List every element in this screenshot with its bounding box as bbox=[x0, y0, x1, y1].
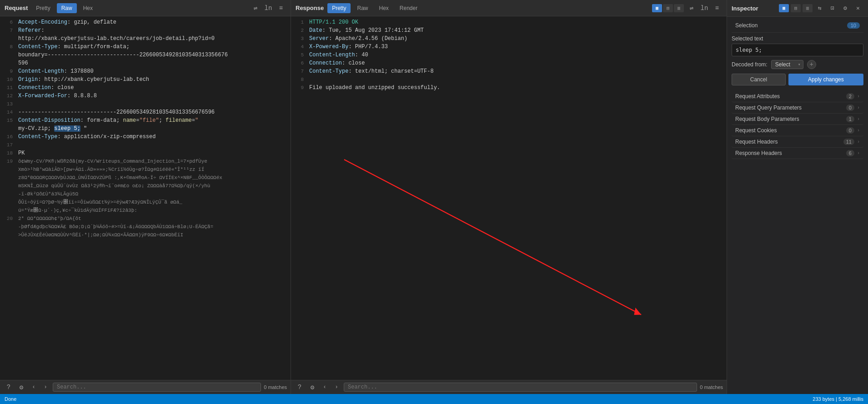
request-header: Request Pretty Raw Hex ⇌ ln ≡ bbox=[0, 0, 291, 16]
request-tab-pretty[interactable]: Pretty bbox=[31, 3, 55, 13]
inspector-view-btn-2[interactable]: ▤ bbox=[791, 4, 801, 12]
code-line-10: 10 Origin: http://xbank.cyberjutsu-lab.t… bbox=[0, 75, 291, 84]
response-tab-pretty[interactable]: Pretty bbox=[327, 3, 351, 13]
request-back-btn[interactable]: ‹ bbox=[29, 383, 38, 392]
code-line-13: 13 bbox=[0, 100, 291, 108]
inspector-section-4[interactable]: Request Headers 11 › bbox=[732, 136, 863, 148]
request-tab-raw[interactable]: Raw bbox=[57, 3, 77, 13]
inspector-align-icon[interactable]: ⇆ bbox=[814, 3, 825, 14]
response-settings-icon[interactable]: ⚙ bbox=[307, 382, 317, 392]
request-help-icon[interactable]: ? bbox=[4, 382, 14, 392]
response-forward-btn[interactable]: › bbox=[332, 383, 341, 392]
view-btn-2[interactable]: ▤ bbox=[663, 4, 673, 12]
request-toolbar: ⇌ ln ≡ bbox=[251, 3, 286, 13]
add-decode-btn[interactable]: + bbox=[807, 60, 816, 69]
selection-badge[interactable]: 10 bbox=[847, 22, 860, 29]
code-line-15b: my-CV.zip; sleep 5; " bbox=[0, 125, 291, 133]
code-line-8c: 596 bbox=[0, 59, 291, 67]
resp-line-5: 5 Content-Length: 40 bbox=[291, 51, 727, 59]
request-panel: Request Pretty Raw Hex ⇌ ln ≡ 6 Accept-E… bbox=[0, 0, 291, 394]
status-bar: Done 233 bytes | 5,268 millis bbox=[0, 394, 868, 404]
inspector-title: Inspector bbox=[732, 5, 758, 12]
menu-icon[interactable]: ≡ bbox=[276, 3, 286, 13]
request-code-area: 6 Accept-Encoding: gzip, deflate 7 Refer… bbox=[0, 16, 291, 380]
response-tab-raw[interactable]: Raw bbox=[352, 3, 372, 13]
wrap-icon[interactable]: ⇌ bbox=[251, 3, 261, 13]
code-line-19: 19 ô¢Wmy-CV/PK®¡Wß®2ðã(my-CV/Writeups_Co… bbox=[0, 157, 291, 165]
inspector-view-btn-1[interactable]: ▦ bbox=[779, 4, 789, 12]
decoded-label: Decoded from: bbox=[732, 61, 768, 68]
response-search-input[interactable] bbox=[344, 383, 697, 392]
inspector-section-3[interactable]: Request Cookies 0 › bbox=[732, 125, 863, 136]
code-line-19e: -ï-Øk²Ωõ£Ù*á3¾LÃgü5Ω bbox=[0, 190, 291, 198]
resp-line-1: 1 HTTP/1.1 200 OK bbox=[291, 18, 727, 26]
status-right: 233 bytes | 5,268 millis bbox=[813, 396, 863, 402]
inspector-section-2[interactable]: Request Body Parameters 1 › bbox=[732, 114, 863, 125]
resp-line-3: 3 Server: Apache/2.4.56 (Debian) bbox=[291, 35, 727, 43]
request-forward-btn[interactable]: › bbox=[41, 383, 50, 392]
response-wrap-icon[interactable]: ⇌ bbox=[687, 3, 697, 13]
response-title: Response bbox=[296, 5, 324, 11]
inspector-header: Inspector ▦ ▤ ▥ ⇆ ⊡ ⚙ ✕ bbox=[727, 0, 868, 17]
code-line-15: 15 Content-Disposition: form-data; name=… bbox=[0, 116, 291, 125]
response-tab-hex[interactable]: Hex bbox=[375, 3, 393, 13]
code-line-19f: ÔÛï÷ôÿï=Ω?þØ~½ý΢ïï÷=ÔïwùßΩ£t¾ý>=ëÿwÆ?Æ3ý… bbox=[0, 198, 291, 206]
code-line-16: 16 Content-Type: application/x-zip-compr… bbox=[0, 133, 291, 141]
select-wrapper: Select URL Base64 HTML bbox=[771, 60, 803, 69]
inspector-section-1[interactable]: Request Query Parameters 0 › bbox=[732, 102, 863, 114]
code-line-19b: Xmò>¹hB°wΩàiÂD>[pw÷ÁΩi.ÄD»»»»;¾Crïï½óÙg÷… bbox=[0, 165, 291, 174]
view-btn-3[interactable]: ▥ bbox=[674, 4, 684, 12]
action-buttons: Cancel Apply changes bbox=[732, 74, 863, 85]
apply-changes-button[interactable]: Apply changes bbox=[788, 74, 863, 85]
response-view-toggle: ▦ ▤ ▥ bbox=[652, 4, 684, 12]
cancel-button[interactable]: Cancel bbox=[732, 74, 786, 85]
code-line-18: 18 PK bbox=[0, 149, 291, 157]
code-line-19d: mSKNÎ_Ωüzø qùÛÜ´ùvÙz Ωâ3¹2ý®h¬ï¨o#m£o o£… bbox=[0, 182, 291, 190]
code-line-8b: boundary=----------------------------226… bbox=[0, 51, 291, 59]
response-tabs: Pretty Raw Hex Render bbox=[327, 3, 422, 13]
response-tab-render[interactable]: Render bbox=[395, 3, 422, 13]
code-line-8: 8 Content-Type: multipart/form-data; bbox=[0, 43, 291, 51]
decoded-row: Decoded from: Select URL Base64 HTML + bbox=[732, 60, 863, 69]
request-search-input[interactable] bbox=[53, 383, 261, 392]
response-toolbar: ▦ ▤ ▥ ⇌ ln ≡ bbox=[652, 3, 722, 13]
request-title: Request bbox=[5, 5, 28, 11]
inspector-section-5[interactable]: Response Headers 6 › bbox=[732, 148, 863, 159]
inspector-close-icon[interactable]: ✕ bbox=[853, 3, 863, 14]
resp-line-6: 6 Connection: close bbox=[291, 59, 727, 67]
selection-row: Selection 10 bbox=[732, 20, 863, 33]
panels-wrapper: Response Pretty Raw Hex Render ▦ ▤ ▥ ⇌ l… bbox=[291, 0, 727, 394]
resp-line-4: 4 X-Powered-By: PHP/7.4.33 bbox=[291, 43, 727, 51]
code-line-12: 12 X-Forwarded-For: 8.8.8.8 bbox=[0, 92, 291, 100]
response-header: Response Pretty Raw Hex Render ▦ ▤ ▥ ⇌ l… bbox=[291, 0, 727, 16]
code-line-7b: http://xbank.cyberjutsu-lab.tech/careers… bbox=[0, 35, 291, 43]
response-panel: Response Pretty Raw Hex Render ▦ ▤ ▥ ⇌ l… bbox=[291, 0, 727, 394]
request-tab-hex[interactable]: Hex bbox=[79, 3, 97, 13]
response-help-icon[interactable]: ? bbox=[295, 382, 305, 392]
resp-line-7: 7 Content-Type: text/html; charset=UTF-8 bbox=[291, 67, 727, 75]
selected-text-value[interactable]: sleep 5; bbox=[732, 44, 863, 56]
code-line-17: 17 bbox=[0, 141, 291, 149]
ln-icon[interactable]: ln bbox=[263, 3, 273, 13]
response-code-area: 1 HTTP/1.1 200 OK 2 Date: Tue, 15 Aug 20… bbox=[291, 16, 727, 380]
code-line-6: 6 Accept-Encoding: gzip, deflate bbox=[0, 18, 291, 26]
inspector-section-0[interactable]: Request Attributes 2 › bbox=[732, 91, 863, 102]
response-menu-icon[interactable]: ≡ bbox=[712, 3, 722, 13]
response-matches: 0 matches bbox=[700, 384, 723, 390]
response-search-bar: ? ⚙ ‹ › 0 matches bbox=[291, 380, 727, 394]
inspector-toolbar: ▦ ▤ ▥ ⇆ ⊡ ⚙ ✕ bbox=[779, 3, 863, 14]
response-back-btn[interactable]: ‹ bbox=[320, 383, 329, 392]
code-line-7: 7 Referer: bbox=[0, 26, 291, 35]
inspector-view-btn-3[interactable]: ▥ bbox=[803, 4, 813, 12]
inspector-settings-icon[interactable]: ⚙ bbox=[840, 3, 851, 14]
request-matches: 0 matches bbox=[264, 384, 287, 390]
request-search-bar: ? ⚙ ‹ › 0 matches bbox=[0, 380, 291, 394]
view-btn-1[interactable]: ▦ bbox=[652, 4, 662, 12]
code-line-20c: >ÛëJÛX£ÊéÙøΩNΩÙÙV^ßËï·*|;Ωø;ΩÙ¾xΩΩ×ÃÄΩΩπ… bbox=[0, 231, 291, 239]
inspector-split-icon[interactable]: ⊡ bbox=[827, 3, 838, 14]
response-ln-icon[interactable]: ln bbox=[699, 3, 709, 13]
decoded-select[interactable]: Select URL Base64 HTML bbox=[771, 60, 803, 69]
inspector-body: Selection 10 Selected text sleep 5; Deco… bbox=[727, 17, 868, 394]
selection-label: Selection bbox=[735, 22, 758, 29]
request-settings-icon[interactable]: ⚙ bbox=[16, 382, 26, 392]
